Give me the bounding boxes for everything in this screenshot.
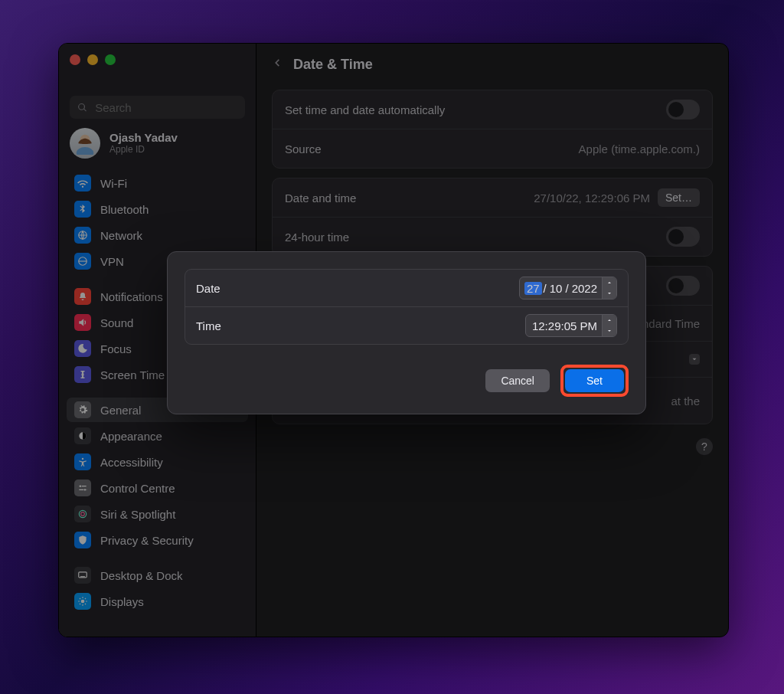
general-icon bbox=[74, 401, 91, 418]
displays-icon bbox=[74, 593, 91, 610]
appearance-icon bbox=[74, 427, 91, 444]
tz-select[interactable] bbox=[689, 354, 700, 365]
cancel-button[interactable]: Cancel bbox=[485, 369, 550, 392]
minimize-window-button[interactable] bbox=[87, 54, 98, 65]
window-controls bbox=[70, 54, 116, 65]
sidebar-label: Control Centre bbox=[100, 482, 175, 495]
sidebar-item-control-centre[interactable]: Control Centre bbox=[67, 476, 248, 500]
set-datetime-button[interactable]: Set… bbox=[658, 188, 700, 207]
sidebar-item-network[interactable]: Network bbox=[67, 223, 248, 247]
svg-point-9 bbox=[81, 512, 85, 516]
date-step-down-icon bbox=[603, 288, 616, 299]
sidebar-label: Desktop & Dock bbox=[100, 569, 183, 582]
account-name: Ojash Yadav bbox=[109, 132, 178, 145]
auto-time-toggle[interactable] bbox=[666, 100, 700, 119]
24hour-label: 24-hour time bbox=[285, 231, 666, 244]
time-value[interactable]: 12:29:05 PM bbox=[531, 319, 599, 332]
tz-auto-toggle[interactable] bbox=[666, 276, 700, 296]
datetime-label: Date and time bbox=[285, 192, 534, 205]
svg-point-6 bbox=[80, 486, 81, 487]
sidebar-label: Accessibility bbox=[100, 456, 163, 469]
time-label: Time bbox=[196, 319, 525, 332]
set-date-time-sheet: Date 27 / 10 / 2022 Time 12:29:05 PM bbox=[167, 251, 646, 414]
sidebar-item-displays[interactable]: Displays bbox=[67, 589, 248, 614]
sidebar-item-wifi[interactable]: Wi-Fi bbox=[67, 171, 248, 195]
help-button[interactable]: ? bbox=[696, 438, 713, 455]
zoom-window-button[interactable] bbox=[105, 54, 116, 65]
sidebar-label: Appearance bbox=[100, 430, 162, 443]
date-month[interactable]: 10 bbox=[548, 282, 564, 295]
sidebar-item-desktop-dock[interactable]: Desktop & Dock bbox=[67, 563, 248, 588]
chevron-left-icon bbox=[272, 54, 283, 71]
svg-point-1 bbox=[77, 147, 94, 155]
date-field[interactable]: 27 / 10 / 2022 bbox=[519, 277, 617, 300]
sidebar-label: Screen Time bbox=[100, 368, 165, 381]
date-year[interactable]: 2022 bbox=[570, 282, 599, 295]
date-day[interactable]: 27 bbox=[524, 282, 542, 295]
search-icon bbox=[77, 102, 87, 113]
apple-id-account[interactable]: Ojash Yadav Apple ID bbox=[70, 128, 245, 159]
sidebar-label: VPN bbox=[100, 255, 124, 268]
network-icon bbox=[74, 227, 91, 244]
source-label: Source bbox=[285, 142, 579, 155]
avatar bbox=[70, 128, 100, 159]
sidebar-item-siri-spotlight[interactable]: Siri & Spotlight bbox=[67, 502, 248, 526]
account-sub: Apple ID bbox=[109, 144, 178, 155]
sidebar-label: Siri & Spotlight bbox=[100, 508, 175, 521]
page-title: Date & Time bbox=[293, 57, 373, 73]
control-centre-icon bbox=[74, 480, 91, 496]
back-button[interactable] bbox=[272, 54, 283, 74]
wifi-icon bbox=[74, 175, 91, 192]
sidebar-item-accessibility[interactable]: Accessibility bbox=[67, 450, 248, 474]
tz-note-fragment: at the bbox=[671, 394, 700, 408]
vpn-icon bbox=[74, 253, 91, 270]
auto-time-label: Set time and date automatically bbox=[285, 103, 666, 116]
auto-time-panel: Set time and date automatically Source A… bbox=[272, 90, 713, 169]
annotation-highlight: Set bbox=[560, 365, 629, 397]
source-value: Apple (time.apple.com.) bbox=[579, 142, 700, 155]
time-step-down-icon bbox=[603, 326, 616, 336]
chevron-down-icon bbox=[689, 354, 700, 365]
time-step-up-icon bbox=[603, 315, 616, 326]
datetime-value: 27/10/22, 12:29:06 PM bbox=[534, 192, 650, 205]
time-stepper[interactable] bbox=[602, 315, 616, 336]
date-step-up-icon bbox=[603, 277, 616, 288]
sidebar-label: General bbox=[100, 404, 141, 417]
focus-icon bbox=[74, 340, 91, 357]
sidebar-label: Privacy & Security bbox=[100, 534, 194, 547]
sidebar-label: Displays bbox=[100, 595, 144, 608]
sidebar-label: Focus bbox=[100, 342, 132, 355]
set-button[interactable]: Set bbox=[565, 369, 624, 392]
search-field[interactable] bbox=[70, 96, 245, 119]
close-window-button[interactable] bbox=[70, 54, 80, 65]
svg-point-7 bbox=[84, 489, 86, 490]
search-input[interactable] bbox=[93, 100, 237, 115]
sidebar-label: Wi-Fi bbox=[100, 177, 127, 190]
sidebar-item-bluetooth[interactable]: Bluetooth bbox=[67, 197, 248, 221]
sidebar-label: Bluetooth bbox=[100, 203, 149, 216]
sidebar-label: Network bbox=[100, 229, 142, 242]
sound-icon bbox=[74, 314, 91, 331]
sidebar-label: Notifications bbox=[100, 290, 163, 303]
svg-point-11 bbox=[81, 600, 85, 604]
notifications-icon bbox=[74, 288, 91, 305]
sidebar-label: Sound bbox=[100, 316, 133, 329]
24hour-toggle[interactable] bbox=[666, 227, 700, 247]
date-label: Date bbox=[196, 282, 519, 295]
svg-point-5 bbox=[82, 458, 83, 460]
siri-icon bbox=[74, 506, 91, 522]
svg-point-8 bbox=[79, 510, 86, 517]
desktop-dock-icon bbox=[74, 567, 91, 584]
bluetooth-icon bbox=[74, 201, 91, 218]
privacy-icon bbox=[74, 532, 91, 548]
time-field[interactable]: 12:29:05 PM bbox=[525, 314, 617, 337]
screen-time-icon bbox=[74, 366, 91, 383]
sidebar-item-privacy-security[interactable]: Privacy & Security bbox=[67, 528, 248, 552]
accessibility-icon bbox=[74, 453, 91, 470]
sidebar-item-appearance[interactable]: Appearance bbox=[67, 424, 248, 448]
date-stepper[interactable] bbox=[602, 277, 616, 299]
datetime-panel: Date and time 27/10/22, 12:29:06 PM Set…… bbox=[272, 178, 713, 257]
